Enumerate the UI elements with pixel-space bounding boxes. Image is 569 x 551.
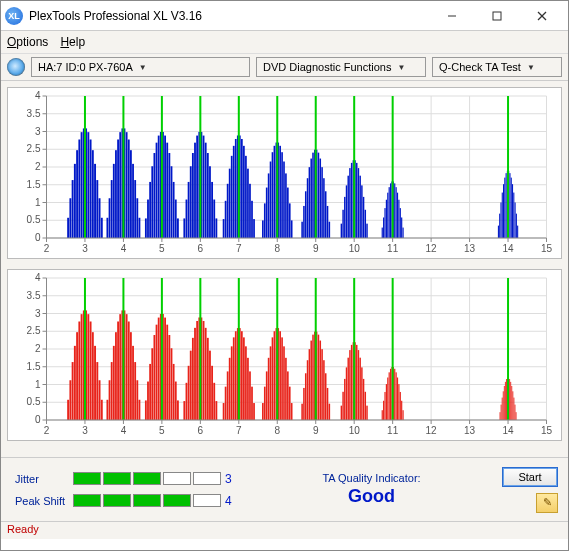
minimize-button[interactable]	[429, 1, 474, 31]
svg-rect-143	[215, 218, 217, 238]
svg-rect-131	[190, 166, 192, 238]
svg-rect-371	[145, 400, 147, 420]
svg-rect-344	[87, 314, 89, 420]
svg-rect-86	[94, 164, 96, 238]
svg-rect-408	[225, 387, 227, 420]
svg-text:4: 4	[35, 272, 41, 283]
svg-rect-476	[366, 406, 367, 420]
svg-rect-390	[186, 383, 188, 420]
svg-rect-215	[366, 224, 367, 238]
svg-rect-104	[132, 164, 134, 238]
svg-rect-194	[323, 178, 325, 238]
svg-rect-96	[115, 150, 117, 238]
svg-rect-499	[502, 398, 503, 420]
svg-text:2.5: 2.5	[27, 325, 41, 336]
start-button[interactable]: Start	[502, 467, 558, 487]
svg-rect-76	[72, 180, 74, 238]
svg-rect-228	[396, 187, 397, 238]
toolbar: HA:7 ID:0 PX-760A ▼ DVD Diagnostic Funct…	[1, 53, 568, 81]
wrench-icon: ✎	[543, 496, 552, 509]
svg-text:13: 13	[464, 243, 476, 254]
svg-rect-137	[203, 136, 205, 238]
svg-rect-356	[113, 346, 115, 420]
svg-rect-93	[109, 198, 111, 238]
svg-rect-444	[303, 388, 305, 420]
svg-rect-455	[323, 360, 325, 420]
chevron-down-icon: ▼	[527, 63, 535, 72]
svg-rect-78	[76, 150, 78, 238]
chevron-down-icon: ▼	[397, 63, 405, 72]
svg-rect-510	[513, 398, 514, 420]
svg-rect-134	[196, 136, 198, 238]
svg-rect-169	[272, 152, 274, 238]
svg-rect-508	[511, 386, 512, 420]
svg-rect-121	[168, 153, 170, 238]
svg-rect-354	[109, 380, 111, 420]
mode-select[interactable]: DVD Diagnostic Functions ▼	[256, 57, 426, 77]
svg-text:2: 2	[35, 343, 41, 354]
svg-text:2: 2	[35, 161, 41, 172]
svg-rect-148	[227, 184, 229, 238]
svg-rect-176	[285, 173, 287, 238]
svg-rect-214	[365, 210, 366, 238]
svg-rect-156	[243, 146, 245, 238]
quality-value: Good	[241, 486, 502, 507]
svg-text:14: 14	[502, 243, 514, 254]
svg-text:2.5: 2.5	[27, 143, 41, 154]
close-button[interactable]	[519, 1, 564, 31]
svg-rect-394	[194, 328, 196, 420]
svg-rect-191	[318, 153, 320, 238]
svg-rect-355	[111, 362, 113, 420]
svg-rect-479	[382, 410, 383, 420]
drive-select-value: HA:7 ID:0 PX-760A	[38, 61, 133, 73]
test-select[interactable]: Q-Check TA Test ▼	[432, 57, 562, 77]
svg-rect-475	[365, 392, 366, 420]
svg-rect-170	[274, 146, 276, 238]
drive-select[interactable]: HA:7 ID:0 PX-760A ▼	[31, 57, 250, 77]
svg-rect-357	[115, 332, 117, 420]
svg-text:1: 1	[35, 197, 41, 208]
svg-rect-204	[347, 176, 348, 238]
svg-text:0: 0	[35, 414, 41, 425]
svg-rect-488	[394, 369, 395, 420]
svg-rect-75	[69, 198, 71, 238]
svg-rect-506	[509, 379, 510, 420]
svg-rect-177	[287, 188, 289, 238]
window-title: PlexTools Professional XL V3.16	[29, 9, 429, 23]
svg-text:1.5: 1.5	[27, 361, 41, 372]
results-panel: Jitter 3 Peak Shift 4 TA Quality Indicat…	[1, 457, 568, 521]
svg-rect-491	[398, 384, 399, 420]
svg-rect-353	[106, 400, 108, 420]
svg-rect-383	[171, 348, 173, 420]
svg-rect-380	[164, 318, 166, 420]
svg-rect-489	[396, 372, 397, 420]
menu-help[interactable]: Help	[60, 35, 85, 49]
svg-rect-206	[351, 163, 352, 238]
options-button[interactable]: ✎	[536, 493, 558, 513]
svg-text:10: 10	[349, 425, 361, 436]
svg-rect-79	[78, 139, 80, 238]
svg-rect-463	[344, 379, 345, 420]
svg-rect-483	[387, 378, 388, 420]
maximize-button[interactable]	[474, 1, 519, 31]
svg-rect-470	[356, 345, 357, 420]
svg-rect-88	[99, 198, 101, 238]
svg-rect-182	[301, 222, 303, 238]
disc-icon	[7, 58, 25, 76]
svg-rect-467	[351, 345, 352, 420]
svg-rect-368	[139, 400, 141, 420]
svg-rect-339	[76, 332, 78, 420]
svg-rect-146	[223, 219, 225, 238]
svg-rect-245	[509, 173, 510, 238]
svg-rect-115	[156, 143, 158, 238]
svg-rect-462	[342, 392, 343, 420]
svg-rect-511	[515, 405, 516, 420]
svg-rect-123	[173, 182, 175, 238]
menu-options[interactable]: Options	[7, 35, 48, 49]
svg-rect-87	[96, 180, 98, 238]
svg-rect-498	[501, 405, 502, 420]
svg-rect-503	[506, 379, 507, 420]
svg-rect-105	[134, 180, 136, 238]
svg-rect-484	[389, 372, 390, 420]
svg-text:0: 0	[35, 232, 41, 243]
